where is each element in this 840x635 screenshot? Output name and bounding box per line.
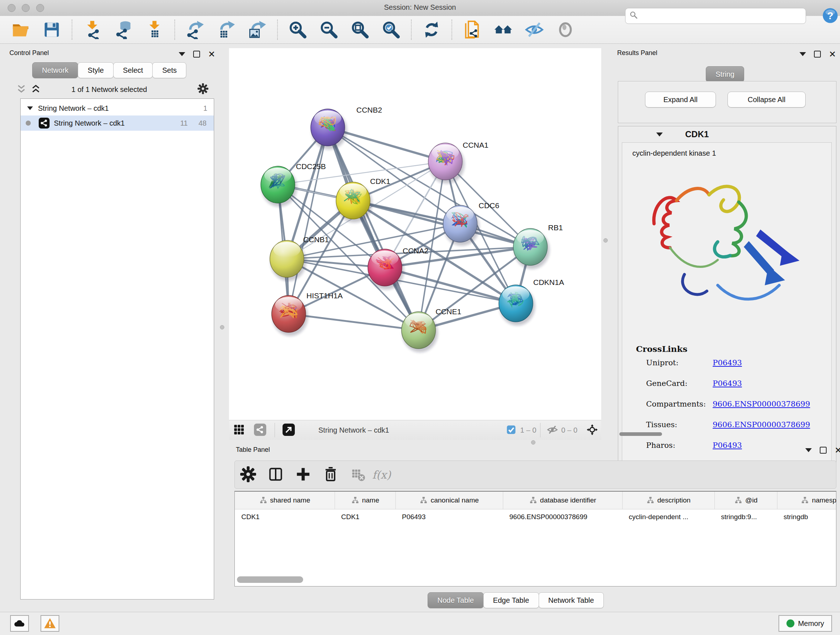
node-CDC25B[interactable] xyxy=(261,166,297,207)
table-cell[interactable]: CDK1 xyxy=(235,509,335,525)
search-box[interactable] xyxy=(625,8,806,24)
node-label-CCNA2: CCNA2 xyxy=(403,247,428,255)
node-CCNE1[interactable] xyxy=(401,312,438,352)
maximize-panel-icon[interactable] xyxy=(814,51,821,57)
toolbar-import-network-from-database-button[interactable] xyxy=(113,19,134,40)
gene-name: CDK1 xyxy=(685,129,709,139)
float-panel-icon[interactable] xyxy=(799,52,806,56)
network-options-gear-icon[interactable] xyxy=(197,83,208,96)
toolbar-show-overview-button[interactable] xyxy=(555,19,576,40)
expand-all-button[interactable]: Expand All xyxy=(645,92,716,108)
close-panel-icon[interactable]: ✕ xyxy=(208,51,215,57)
column-header--id[interactable]: @id xyxy=(714,492,777,509)
fit-selected-crosshair-icon[interactable] xyxy=(587,424,598,436)
toolbar-zoom-selected-button[interactable] xyxy=(381,19,401,40)
results-horizontal-scrollbar[interactable] xyxy=(619,432,662,436)
crosslink-link[interactable]: P06493 xyxy=(713,379,742,388)
network-row[interactable]: String Network – cdk1 11 48 xyxy=(21,116,214,131)
tab-sets[interactable]: Sets xyxy=(152,62,186,78)
show-columns-icon[interactable] xyxy=(268,466,284,483)
float-panel-icon[interactable] xyxy=(179,52,185,56)
column-header-database-identifier[interactable]: database identifier xyxy=(503,492,622,509)
toolbar-hide-panels-button[interactable] xyxy=(524,19,545,40)
selected-checkbox-icon[interactable] xyxy=(506,424,517,436)
close-panel-icon[interactable]: ✕ xyxy=(829,51,836,57)
column-header-shared-name[interactable]: shared name xyxy=(235,492,335,509)
tab-network-table[interactable]: Network Table xyxy=(538,592,604,608)
search-input[interactable] xyxy=(638,9,806,23)
toolbar-open-session-button[interactable] xyxy=(10,19,31,40)
help-button[interactable]: ? xyxy=(822,7,838,24)
left-splitter-handle[interactable] xyxy=(220,325,224,329)
maximize-panel-icon[interactable] xyxy=(820,447,827,454)
network-overview-icon[interactable] xyxy=(253,423,268,437)
toolbar-zoom-fit-button[interactable] xyxy=(349,19,370,40)
toolbar-export-table-button[interactable] xyxy=(216,19,237,40)
maximize-panel-icon[interactable] xyxy=(193,51,200,57)
network-collection-row[interactable]: String Network – cdk1 1 xyxy=(21,101,214,116)
right-splitter-handle[interactable] xyxy=(603,238,608,242)
toolbar-zoom-out-button[interactable] xyxy=(318,19,339,40)
close-panel-icon[interactable]: ✕ xyxy=(835,447,840,454)
node-CCNB2[interactable] xyxy=(311,109,347,149)
warnings-button[interactable] xyxy=(41,615,59,632)
table-row[interactable]: CDK1CDK1P064939606.ENSP00000378699cyclin… xyxy=(235,509,836,525)
toolbar-separator xyxy=(174,19,175,40)
column-header-namespace[interactable]: namespace xyxy=(777,492,836,509)
crosslink-link[interactable]: 9606.ENSP00000378699 xyxy=(713,400,810,409)
collapse-collection-icon[interactable] xyxy=(27,106,33,110)
toolbar-refresh-button[interactable] xyxy=(421,19,442,40)
toolbar-import-table-from-file-button[interactable] xyxy=(144,19,165,40)
add-column-icon[interactable] xyxy=(295,466,312,483)
cloud-status-button[interactable] xyxy=(10,615,29,632)
tab-style[interactable]: Style xyxy=(78,62,113,78)
edge-CCNB2-HIST1H1A[interactable] xyxy=(289,127,328,314)
node-CDKN1A[interactable] xyxy=(499,285,535,325)
tab-network[interactable]: Network xyxy=(32,62,78,78)
tab-select[interactable]: Select xyxy=(113,62,153,78)
toolbar-export-network-button[interactable] xyxy=(185,19,205,40)
column-header-name[interactable]: name xyxy=(335,492,395,509)
toolbar-export-image-button[interactable] xyxy=(247,19,268,40)
gene-section-header[interactable]: CDK1 xyxy=(618,126,836,142)
delete-column-icon[interactable] xyxy=(323,466,339,483)
table-cell[interactable]: cyclin-dependent ... xyxy=(622,509,714,525)
detach-view-icon[interactable] xyxy=(282,423,296,437)
network-canvas[interactable]: CCNB2 CCNA1 CDC25B CDK1 CDC6 RB1 CCNB1 C… xyxy=(229,48,601,420)
tab-edge-table[interactable]: Edge Table xyxy=(483,592,539,608)
edge-HIST1H1A-CCNE1[interactable] xyxy=(289,314,418,330)
toolbar-network-file-share-button[interactable] xyxy=(462,19,483,40)
node-CDK1[interactable] xyxy=(336,182,372,223)
crosslinks-title: CrossLinks xyxy=(636,344,687,354)
toolbar-show-all-panels-button[interactable] xyxy=(493,19,514,40)
results-tab-string[interactable]: String xyxy=(706,66,744,82)
node-HIST1H1A[interactable] xyxy=(272,295,308,336)
birds-eye-grid-icon[interactable] xyxy=(232,423,247,437)
crosslink-link[interactable]: P06493 xyxy=(713,358,742,367)
float-panel-icon[interactable] xyxy=(805,448,812,452)
table-cell[interactable]: P06493 xyxy=(395,509,503,525)
control-panel-tabs: NetworkStyleSelectSets xyxy=(33,62,186,78)
column-header-canonical-name[interactable]: canonical name xyxy=(395,492,503,509)
crosslink-link[interactable]: 9606.ENSP00000378699 xyxy=(713,420,810,429)
node-count: 11 xyxy=(180,119,188,127)
toolbar-zoom-in-button[interactable] xyxy=(287,19,308,40)
toolbar-save-session-button[interactable] xyxy=(41,19,62,40)
table-cell[interactable]: CDK1 xyxy=(335,509,395,525)
memory-button[interactable]: Memory xyxy=(778,615,832,632)
collapse-section-icon[interactable] xyxy=(656,133,663,136)
hidden-eye-slash-icon[interactable] xyxy=(547,424,559,436)
table-horizontal-scrollbar[interactable] xyxy=(237,576,303,583)
node-CCNA1[interactable] xyxy=(428,143,464,184)
column-header-description[interactable]: description xyxy=(622,492,714,509)
edge-CCNB2-CCNE1[interactable] xyxy=(328,127,418,330)
tab-node-table[interactable]: Node Table xyxy=(428,592,484,608)
node-RB1[interactable] xyxy=(513,228,549,269)
node-CDC6[interactable] xyxy=(443,205,479,246)
table-cell[interactable]: 9606.ENSP00000378699 xyxy=(503,509,622,525)
table-cell[interactable]: stringdb:9... xyxy=(714,509,777,525)
toolbar-import-network-from-file-button[interactable] xyxy=(82,19,103,40)
collapse-all-button[interactable]: Collapse All xyxy=(728,92,806,108)
table-cell[interactable]: stringdb xyxy=(777,509,836,525)
table-options-gear-icon[interactable] xyxy=(240,466,257,483)
